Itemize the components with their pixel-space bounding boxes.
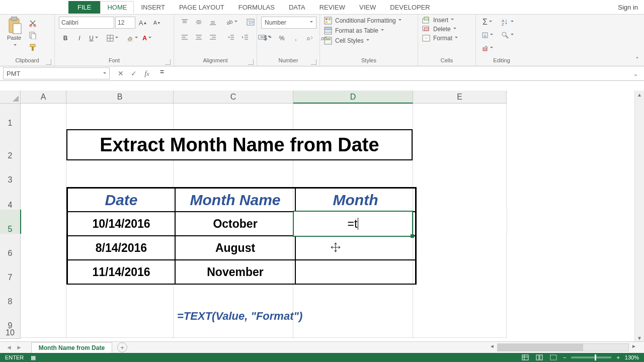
font-color-button[interactable]: A	[140, 33, 153, 44]
align-middle-button[interactable]	[192, 17, 205, 28]
copy-button[interactable]	[26, 30, 39, 41]
sort-filter-button[interactable]: AZ	[500, 17, 515, 28]
page-layout-view-button[interactable]	[535, 354, 544, 361]
increase-decimal-button[interactable]: .0	[303, 33, 316, 44]
new-sheet-button[interactable]: +	[117, 342, 127, 352]
row-header-4[interactable]: 4	[0, 185, 21, 211]
sign-in-link[interactable]: Sign in	[618, 4, 638, 11]
tab-pagelayout[interactable]: PAGE LAYOUT	[172, 1, 231, 14]
align-center-button[interactable]	[192, 32, 205, 43]
header-date[interactable]: Date	[67, 188, 175, 212]
tab-file[interactable]: FILE	[68, 1, 100, 14]
increase-font-button[interactable]: A▲	[136, 17, 149, 28]
clear-button[interactable]	[480, 43, 495, 54]
row-header-7[interactable]: 7	[0, 258, 21, 284]
horizontal-scrollbar[interactable]: ◄ ►	[488, 343, 638, 351]
scroll-up-arrow[interactable]: ▲	[635, 90, 644, 100]
paste-button[interactable]: Paste	[4, 17, 24, 50]
header-month[interactable]: Month	[295, 188, 416, 212]
macro-record-icon[interactable]: ▦	[31, 354, 36, 361]
dialog-launcher-icon[interactable]	[248, 59, 254, 65]
sheet-nav-next[interactable]: ►	[16, 344, 22, 351]
decrease-font-button[interactable]: A▼	[150, 17, 164, 28]
enter-formula-button[interactable]: ✓	[128, 68, 140, 79]
zoom-level[interactable]: 130%	[625, 354, 639, 360]
wrap-text-button[interactable]	[244, 17, 257, 28]
header-monthname[interactable]: Month Name	[175, 188, 295, 212]
zoom-out-button[interactable]: −	[563, 354, 566, 360]
comma-style-button[interactable]: ,	[289, 33, 302, 44]
row-header-5[interactable]: 5	[0, 210, 21, 235]
accounting-format-button[interactable]: $	[261, 33, 274, 44]
scroll-left-arrow[interactable]: ◄	[488, 343, 496, 351]
autosum-button[interactable]: Σ	[480, 17, 495, 28]
fill-handle[interactable]	[411, 234, 414, 238]
decrease-indent-button[interactable]	[224, 32, 237, 43]
col-header-C[interactable]: C	[174, 90, 293, 104]
cell-B6[interactable]: 8/14/2016	[67, 235, 175, 260]
hint-formula[interactable]: =TEXT(Value, "Format")	[177, 310, 302, 323]
vertical-scrollbar[interactable]: ▲ ▼	[634, 90, 644, 343]
expand-formula-bar-button[interactable]: ⌄	[633, 70, 640, 77]
col-header-A[interactable]: A	[21, 90, 66, 104]
tab-insert[interactable]: INSERT	[134, 1, 172, 14]
row-header-8[interactable]: 8	[0, 282, 21, 308]
cell-C6[interactable]: August	[175, 235, 295, 260]
cell-styles-button[interactable]: Cell Styles	[324, 37, 369, 45]
find-select-button[interactable]	[500, 30, 515, 41]
orientation-button[interactable]: ab	[224, 17, 239, 28]
namebox-dropdown-icon[interactable]	[102, 70, 106, 77]
row-header-10[interactable]: 10	[0, 330, 21, 339]
dialog-launcher-icon[interactable]	[165, 59, 171, 65]
font-size-combo[interactable]	[115, 17, 135, 29]
page-break-view-button[interactable]	[549, 354, 558, 361]
paste-dropdown-icon[interactable]	[12, 41, 17, 50]
format-painter-button[interactable]	[26, 42, 39, 53]
row-header-1[interactable]: 1	[0, 104, 21, 129]
align-right-button[interactable]	[206, 32, 219, 43]
fill-button[interactable]	[480, 30, 495, 41]
format-cells-button[interactable]: Format	[422, 35, 458, 42]
increase-indent-button[interactable]	[238, 32, 252, 43]
tab-view[interactable]: VIEW	[352, 1, 383, 14]
select-all-corner[interactable]	[0, 90, 21, 104]
number-format-combo[interactable]: Number	[261, 17, 316, 29]
sheet-tab-active[interactable]: Month Name from Date	[31, 342, 112, 353]
tab-data[interactable]: DATA	[282, 1, 312, 14]
conditional-formatting-button[interactable]: Conditional Formatting	[324, 17, 401, 25]
col-header-B[interactable]: B	[66, 90, 174, 104]
title-cell[interactable]: Extract Month Name from Date	[66, 129, 413, 160]
fill-color-button[interactable]	[125, 33, 139, 44]
cut-button[interactable]	[26, 18, 39, 29]
worksheet-grid[interactable]: A B C D E 1 2 3 4 5 6 7 8 9 10 Extract M…	[0, 90, 644, 343]
align-bottom-button[interactable]	[206, 17, 219, 28]
formula-input[interactable]: =	[158, 68, 623, 79]
dialog-launcher-icon[interactable]	[46, 59, 51, 65]
cell-B7[interactable]: 11/14/2016	[67, 259, 175, 285]
format-as-table-button[interactable]: Format as Table	[324, 27, 384, 35]
italic-button[interactable]: I	[73, 33, 86, 44]
tab-formulas[interactable]: FORMULAS	[231, 1, 282, 14]
zoom-slider[interactable]	[571, 356, 611, 358]
tab-developer[interactable]: DEVELOPER	[383, 1, 437, 14]
collapse-ribbon-button[interactable]: ˄	[635, 56, 639, 64]
underline-button[interactable]: U	[87, 33, 100, 44]
align-left-button[interactable]	[178, 32, 191, 43]
insert-cells-button[interactable]: Insert	[422, 17, 454, 24]
col-header-D[interactable]: D	[293, 90, 413, 104]
cancel-formula-button[interactable]: ✕	[115, 68, 127, 79]
scroll-right-arrow[interactable]: ►	[630, 343, 638, 351]
row-header-2[interactable]: 2	[0, 128, 21, 162]
bold-button[interactable]: B	[59, 33, 72, 44]
cell-D7[interactable]	[295, 259, 416, 285]
cell-B5[interactable]: 10/14/2016	[67, 211, 175, 236]
row-header-3[interactable]: 3	[0, 160, 21, 186]
delete-cells-button[interactable]: Delete	[422, 26, 456, 33]
percent-button[interactable]: %	[275, 33, 288, 44]
tab-review[interactable]: REVIEW	[312, 1, 352, 14]
zoom-in-button[interactable]: +	[616, 354, 619, 360]
active-cell-D5[interactable]: =t	[293, 211, 413, 237]
insert-function-button[interactable]: fx	[141, 68, 153, 79]
row-header-6[interactable]: 6	[0, 234, 21, 259]
font-name-combo[interactable]	[59, 17, 114, 29]
